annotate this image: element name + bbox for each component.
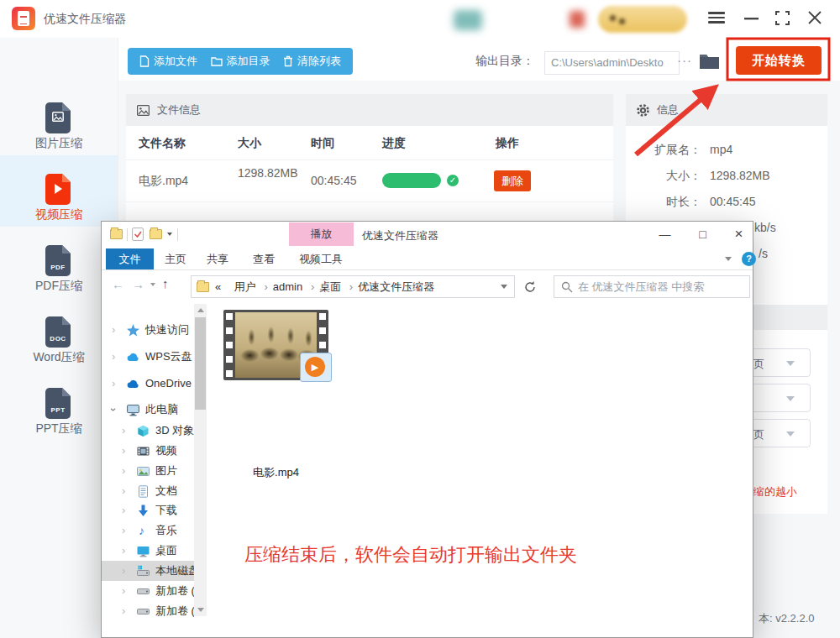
properties-check-icon[interactable]: [132, 227, 144, 241]
table-header-row: 文件名称 大小 时间 进度 操作: [126, 126, 613, 160]
contextual-tab-play[interactable]: 播放: [289, 222, 354, 246]
open-folder-icon[interactable]: [699, 52, 720, 70]
nav-label: 本地磁盘: [155, 561, 194, 581]
address-dropdown-icon[interactable]: [501, 285, 507, 289]
explorer-titlebar[interactable]: 播放 优速文件压缩器 — □ ×: [102, 222, 753, 248]
browse-more-button[interactable]: ···: [677, 53, 692, 67]
chevron-right-icon[interactable]: ›: [112, 374, 115, 394]
sidebar-item-word-compress[interactable]: DOC Word压缩: [0, 298, 118, 369]
nav-label: 音乐: [155, 520, 177, 541]
blurred-dot: [619, 18, 625, 24]
file-item-label[interactable]: 电影.mp4: [223, 465, 328, 480]
breadcrumb-users[interactable]: 用户: [234, 280, 256, 293]
minimize-button[interactable]: [744, 18, 759, 20]
add-directory-button[interactable]: 添加目录: [211, 54, 270, 69]
menu-icon[interactable]: [708, 12, 725, 24]
chevron-right-icon[interactable]: ›: [122, 421, 125, 441]
output-path-input[interactable]: C:\Users\admin\Deskto: [544, 51, 680, 75]
chevron-right-icon[interactable]: ›: [122, 581, 125, 601]
nav-scrollbar[interactable]: [194, 304, 207, 616]
nav-item-pictures[interactable]: › 图片: [102, 461, 194, 481]
qat-dropdown-icon[interactable]: [167, 233, 172, 236]
nav-item-videos[interactable]: › 视频: [102, 441, 194, 461]
start-convert-button[interactable]: 开始转换: [736, 46, 822, 75]
recent-locations-icon[interactable]: [150, 283, 155, 286]
breadcrumb-current-folder[interactable]: 优速文件压缩器: [358, 280, 434, 293]
drive-icon: [137, 605, 150, 618]
table-row[interactable]: 电影.mp4 1298.82MB 00:45:45 ✓ 删除: [126, 160, 613, 202]
fullscreen-button[interactable]: [775, 11, 790, 25]
chevron-right-icon[interactable]: ›: [122, 481, 125, 501]
clear-list-button[interactable]: 清除列表: [283, 54, 341, 69]
nav-item-new-volume-e[interactable]: › 新加卷 (E: [102, 581, 194, 601]
close-button[interactable]: [808, 11, 822, 24]
refresh-icon[interactable]: [523, 280, 537, 294]
nav-item-documents[interactable]: › 文档: [102, 481, 194, 501]
chevron-right-icon[interactable]: ›: [122, 561, 125, 581]
nav-item-desktop[interactable]: › 桌面: [102, 541, 194, 561]
tab-file[interactable]: 文件: [106, 248, 154, 269]
col-progress: 进度: [382, 136, 406, 151]
nav-item-this-pc[interactable]: › 此电脑: [102, 400, 194, 420]
file-info-header: 文件信息: [126, 94, 613, 126]
cloud-icon: [127, 378, 139, 390]
explorer-close-button[interactable]: ×: [720, 222, 758, 247]
sidebar-item-ppt-compress[interactable]: PPT PPT压缩: [0, 369, 118, 441]
sidebar-item-pdf-compress[interactable]: PDF PDF压缩: [0, 227, 118, 298]
blurred-gift-icon[interactable]: [570, 11, 585, 28]
breadcrumb-admin[interactable]: admin: [273, 280, 302, 293]
chevron-right-icon[interactable]: ›: [122, 500, 125, 520]
breadcrumb-desktop[interactable]: 桌面: [319, 280, 341, 293]
nav-item-downloads[interactable]: › 下载: [102, 500, 194, 520]
explorer-maximize-button[interactable]: □: [684, 222, 722, 247]
nav-label: 图片: [155, 461, 177, 481]
nav-item-wps-cloud[interactable]: › WPS云盘: [102, 347, 194, 367]
add-file-button[interactable]: 添加文件: [139, 54, 197, 69]
sidebar-item-image-compress[interactable]: 图片压缩: [0, 84, 118, 155]
play-icon: ▶: [305, 357, 325, 377]
info-panel-header: 信息: [626, 94, 827, 126]
up-arrow-icon[interactable]: ↑: [162, 276, 169, 290]
desktop-icon: [137, 545, 150, 557]
ppt-badge: PPT: [45, 406, 71, 414]
address-bar[interactable]: « 用户 ›admin ›桌面 ›优速文件压缩器: [191, 275, 515, 298]
back-arrow-icon[interactable]: ←: [112, 277, 124, 291]
help-button[interactable]: ?: [742, 252, 756, 266]
ribbon-collapse-icon[interactable]: [725, 257, 732, 261]
tab-home[interactable]: 主页: [159, 248, 192, 269]
sidebar-item-video-compress[interactable]: 视频压缩: [0, 155, 118, 227]
picture-icon: [137, 105, 150, 116]
nav-item-local-disk[interactable]: › 本地磁盘: [102, 561, 194, 581]
chevron-right-icon[interactable]: ›: [122, 461, 125, 481]
chevron-right-icon[interactable]: ›: [112, 347, 115, 367]
chevron-right-icon[interactable]: ›: [122, 520, 125, 541]
search-box[interactable]: 在 优速文件压缩器 中搜索: [554, 275, 750, 298]
delete-button[interactable]: 删除: [494, 170, 531, 191]
explorer-minimize-button[interactable]: —: [646, 222, 684, 247]
forward-arrow-icon[interactable]: →: [132, 277, 144, 291]
chevron-right-icon[interactable]: ›: [112, 320, 115, 340]
tab-view[interactable]: 查看: [247, 248, 281, 269]
nav-item-new-volume-f[interactable]: › 新加卷 (F: [102, 601, 194, 621]
tab-video-tools[interactable]: 视频工具: [291, 248, 350, 269]
search-icon: [561, 281, 573, 293]
chevron-expanded-icon[interactable]: ›: [103, 408, 123, 411]
nav-item-quick-access[interactable]: › 快速访问: [102, 320, 194, 340]
scrollbar-thumb[interactable]: [195, 317, 206, 410]
folder-icon[interactable]: [110, 229, 123, 239]
folder-icon[interactable]: [150, 229, 162, 239]
nav-label: 文档: [155, 481, 177, 501]
toolbar-button-group: 添加文件 添加目录 清除列表: [128, 48, 353, 75]
scroll-up-icon[interactable]: [197, 308, 204, 312]
nav-item-music[interactable]: › ♪ 音乐: [102, 520, 194, 541]
nav-item-3d-objects[interactable]: › 3D 对象: [102, 421, 194, 441]
section-title: 信息: [657, 102, 679, 118]
tab-share[interactable]: 共享: [201, 248, 234, 269]
nav-item-onedrive[interactable]: › OneDrive: [102, 374, 194, 394]
scroll-down-icon[interactable]: [197, 608, 204, 612]
blurred-dot: [610, 15, 616, 21]
explorer-window: 播放 优速文件压缩器 — □ × 文件 主页 共享 查看 视频工具 ? ← → …: [101, 221, 753, 638]
chevron-right-icon[interactable]: ›: [122, 601, 125, 621]
chevron-right-icon[interactable]: ›: [122, 441, 125, 461]
chevron-right-icon[interactable]: ›: [122, 541, 125, 561]
